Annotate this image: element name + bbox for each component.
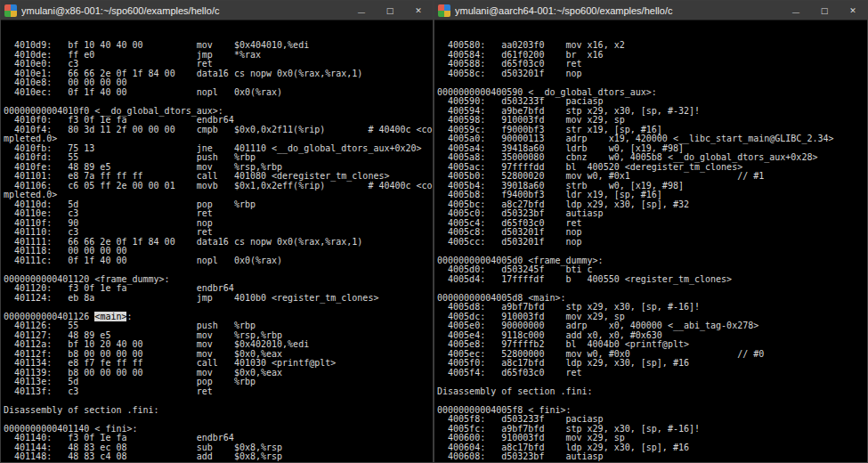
terminal-line: Disassembly of section .fini: xyxy=(437,387,867,397)
terminal-app-icon[interactable] xyxy=(4,4,17,17)
terminal-line: 4010fd: 55 push %rbp xyxy=(4,153,433,163)
terminal-line xyxy=(4,415,433,425)
terminal-line: 40113e: 5d pop %rbp xyxy=(4,378,433,387)
terminal-line: 400598: 910003fd mov x29, sp xyxy=(437,116,867,126)
terminal-output: 400580: aa0203f0 mov x16, x2 400584: d61… xyxy=(437,41,867,462)
terminal-line: 40112a: bf 10 20 40 00 mov $0x402010,%ed… xyxy=(4,340,433,350)
terminal-line: 400588: d65f03c0 ret xyxy=(437,60,867,69)
close-icon: ✕ xyxy=(849,6,856,15)
minimize-button[interactable]: — xyxy=(782,1,810,20)
terminal-app-icon[interactable] xyxy=(438,4,450,17)
terminal-line: 4005c0: d50323bf autiasp xyxy=(437,209,867,219)
titlebar: ymulani@aarch64-001:~/spo600/examples/he… xyxy=(434,1,867,20)
terminal-line xyxy=(4,265,433,275)
window-title: ymulani@x86-001:~/spo600/examples/hello/… xyxy=(21,1,347,20)
terminal-line: 400590: d503233f paciasp xyxy=(437,97,867,107)
terminal-line xyxy=(4,396,433,406)
terminal-line: 4010d9: bf 10 40 40 00 mov $0x404010,%ed… xyxy=(4,41,433,51)
terminal-line xyxy=(437,378,867,387)
window-title: ymulani@aarch64-001:~/spo600/examples/he… xyxy=(455,1,782,20)
minimize-button[interactable]: — xyxy=(347,1,376,20)
terminal-screen[interactable]: 4010d9: bf 10 40 40 00 mov $0x404010,%ed… xyxy=(1,20,433,462)
terminal-output: 4010d9: bf 10 40 40 00 mov $0x404010,%ed… xyxy=(4,41,433,462)
terminal-line: 4005f0: a8c17bfd ldp x29, x30, [sp], #16 xyxy=(437,359,867,369)
terminal-line: 400608: d50323bf autiasp xyxy=(437,452,867,462)
terminal-line: 4005d4: 17ffffdf b 400550 <register_tm_c… xyxy=(437,275,867,285)
terminal-line: 40110e: c3 ret xyxy=(4,209,433,219)
maximize-icon: □ xyxy=(821,6,829,15)
terminal-line: 4010f4: 80 3d 11 2f 00 00 00 cmpb $0x0,0… xyxy=(4,126,433,135)
terminal-line: 4005d8: a9bf7bfd stp x29, x30, [sp, #-16… xyxy=(437,303,867,313)
terminal-line: 40058c: d503201f nop xyxy=(437,69,867,79)
window-controls: — □ ✕ xyxy=(347,1,433,20)
maximize-button[interactable]: □ xyxy=(810,1,839,20)
terminal-line: 40114c: c3 ret xyxy=(4,462,433,463)
terminal-line: 4005e8: 97ffffb2 bl 4004b0 <printf@plt> xyxy=(437,340,867,350)
terminal-line: 4005c8: d503201f nop xyxy=(437,228,867,238)
terminal-screen[interactable]: 400580: aa0203f0 mov x16, x2 400584: d61… xyxy=(434,20,867,462)
terminal-line: 401124: eb 8a jmp 4010b0 <register_tm_cl… xyxy=(4,294,433,304)
search-highlight: <main> xyxy=(94,312,126,321)
terminal-line: 401110: c3 ret xyxy=(4,228,433,238)
terminal-line: 4005f8: d503233f paciasp xyxy=(437,415,867,425)
minimize-icon: — xyxy=(792,8,800,17)
terminal-line: mpleted.0> xyxy=(4,134,433,144)
minimize-icon: — xyxy=(358,8,366,17)
terminal-line: 401106: c6 05 ff 2e 00 00 01 movb $0x1,0… xyxy=(4,182,433,191)
terminal-line: 4005d0: d503245f bti c xyxy=(437,265,867,275)
terminal-line: 4005b8: f9400bf3 ldr x19, [sp, #16] xyxy=(437,191,867,200)
terminal-line: 401101: e8 7a ff ff ff call 401080 <dere… xyxy=(4,172,433,182)
terminal-line: 4005a0: 90000113 adrp x19, 420000 <__lib… xyxy=(437,134,867,144)
terminal-line xyxy=(437,247,867,256)
close-icon: ✕ xyxy=(415,6,422,15)
terminal-line: 4010e0: c3 ret xyxy=(4,60,433,69)
terminal-line xyxy=(4,97,433,107)
terminal-line: 400580: aa0203f0 mov x16, x2 xyxy=(437,41,867,51)
close-button[interactable]: ✕ xyxy=(404,1,433,20)
terminal-line: 40113f: c3 ret xyxy=(4,387,433,397)
terminal-line: 401118: 00 00 00 00 xyxy=(4,247,433,256)
close-button[interactable]: ✕ xyxy=(839,1,867,20)
terminal-line xyxy=(437,284,867,294)
terminal-line: 4010ec: 0f 1f 40 00 nopl 0x0(%rax) xyxy=(4,88,433,98)
terminal-line: 4005f4: d65f03c0 ret xyxy=(437,369,867,378)
terminal-line xyxy=(437,78,867,88)
terminal-line: 4005cc: d503201f nop xyxy=(437,238,867,248)
terminal-line: Disassembly of section .fini: xyxy=(4,406,433,416)
maximize-button[interactable]: □ xyxy=(376,1,404,20)
terminal-line: 40111c: 0f 1f 40 00 nopl 0x0(%rax) xyxy=(4,256,433,266)
terminal-line: 4010e8: 00 00 00 00 xyxy=(4,78,433,88)
terminal-window-x86: ymulani@x86-001:~/spo600/examples/hello/… xyxy=(0,0,434,463)
terminal-line: 401126: 55 push %rbp xyxy=(4,321,433,331)
terminal-line: 401120: f3 0f 1e fa endbr64 xyxy=(4,284,433,294)
terminal-line: mpleted.0> xyxy=(4,191,433,200)
maximize-icon: □ xyxy=(386,6,394,15)
terminal-line: 4005e0: 90000000 adrp x0, 400000 <__abi_… xyxy=(437,321,867,331)
terminal-line: 4010f0: f3 0f 1e fa endbr64 xyxy=(4,116,433,126)
terminal-window-aarch64: ymulani@aarch64-001:~/spo600/examples/he… xyxy=(434,0,868,463)
terminal-line: 4005a8: 35000080 cbnz w0, 4005b8 <__do_g… xyxy=(437,153,867,163)
terminal-line: 40060c: d65f03c0 ret xyxy=(437,462,867,463)
window-controls: — □ ✕ xyxy=(782,1,867,20)
terminal-line: 4005b0: 52800020 mov w0, #0x1 // #1 xyxy=(437,172,867,182)
terminal-line: 401148: 48 83 c4 08 add $0x8,%rsp xyxy=(4,452,433,462)
titlebar: ymulani@x86-001:~/spo600/examples/hello/… xyxy=(1,1,433,20)
terminal-line: 401134: e8 f7 fe ff ff call 401030 <prin… xyxy=(4,359,433,369)
terminal-line xyxy=(437,396,867,406)
terminal-line: 400600: 910003fd mov x29, sp xyxy=(437,434,867,443)
terminal-line: 401140: f3 0f 1e fa endbr64 xyxy=(4,434,433,443)
